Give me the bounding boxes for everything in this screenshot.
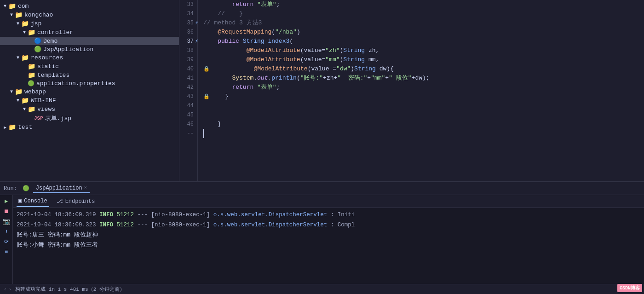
arrow-kongchao: ▼ (8, 12, 15, 17)
log-line-2: 2021-10-04 18:36:09.323 INFO 51212 --- [… (17, 220, 640, 230)
tab-endpoints[interactable]: ⎇ Endpoints (55, 196, 97, 207)
str3-41: "mm" (371, 74, 385, 83)
code-line-39: @ModelAttribute ( value= "mm" ) String m… (203, 55, 638, 64)
p1-38: ( (300, 46, 304, 55)
folder-icon-views: 📁 (28, 105, 35, 113)
sidebar-item-views[interactable]: ▼ 📁 views (0, 105, 179, 114)
log-class-2: o.s.web.servlet.DispatcherServlet (213, 222, 328, 228)
code-line-45 (203, 110, 638, 120)
jsp-icon: JSP (34, 115, 43, 121)
status-text: 构建成功完成 in 1 s 481 ms（2 分钟之前） (15, 286, 125, 293)
folder-icon-static: 📁 (28, 63, 35, 70)
folder-icon-webapp: 📁 (15, 88, 23, 96)
log-thread-1: --- (138, 212, 151, 218)
ctrl-refresh[interactable]: ⟳ (2, 237, 11, 246)
code-line-34: // } (203, 9, 638, 18)
log-port-2: 51212 (117, 222, 134, 228)
indent-43: } (211, 92, 229, 101)
run-tab[interactable]: JspApplication × (33, 184, 90, 193)
folder-icon-webinf: 📁 (21, 97, 29, 104)
label-views: views (37, 106, 55, 113)
linenum-45: 45 (181, 110, 194, 120)
tab-console[interactable]: ▣ Console (17, 196, 49, 207)
code-text-34: // } (203, 9, 243, 18)
sidebar-item-webinf[interactable]: ▼ 📁 WEB-INF (0, 96, 179, 105)
str-40: "dw" (336, 64, 351, 74)
ctrl-menu[interactable]: ≡ (2, 248, 11, 256)
ctrl-run[interactable]: ▶ (2, 197, 11, 205)
sidebar-item-kongchao[interactable]: ▼ 📁 kongchao (0, 11, 179, 19)
sidebar-item-resources[interactable]: ▼ 📁 resources (0, 53, 179, 62)
type-38: String (343, 46, 365, 55)
sp1-37 (239, 37, 243, 46)
sidebar-item-templates[interactable]: ▶ 📁 templates (0, 71, 179, 80)
sidebar-item-biaodanjsp[interactable]: ▶ JSP 表单.jsp (0, 114, 179, 123)
sidebar-item-com[interactable]: ▼ 📁 com (0, 2, 179, 11)
props-icon: 🟢 (28, 80, 34, 87)
sidebar-item-jsp[interactable]: ▼ 📁 jsp (0, 19, 179, 28)
ctrl-scroll-down[interactable]: ⬇ (2, 227, 11, 236)
sidebar-item-appprops[interactable]: ▶ 🟢 application.properties (0, 80, 179, 87)
plus4-41: +dw); (412, 74, 430, 83)
folder-icon-com: 📁 (8, 2, 16, 10)
val-40: value = (311, 64, 336, 74)
type-40: String (354, 64, 376, 74)
linenum-37: 37 (181, 37, 194, 46)
endpoints-tab-icon: ⎇ (57, 198, 63, 205)
arrow-left[interactable]: ‹ (4, 287, 7, 292)
linenum-33: 33 (181, 0, 194, 9)
paren-36: ( (271, 28, 275, 37)
sidebar-item-webapp[interactable]: ▼ 📁 webapp (0, 87, 179, 96)
linenum-41: 41 (181, 74, 194, 83)
dot1-41: . (253, 74, 257, 83)
run-bar: Run: 🟢 JspApplication × (0, 182, 644, 195)
plus1-41: +zh+ (323, 74, 337, 83)
kw-return-33: return (232, 0, 253, 9)
sidebar-item-test[interactable]: ▶ 📁 test (0, 123, 179, 132)
code-line-42: return "表单" ; (203, 83, 638, 92)
linenum-36: 36 (181, 28, 194, 37)
code-line-37: ⚡ public String index3 ( (203, 37, 638, 46)
arrow-views: ▼ (21, 107, 28, 112)
indent-38 (203, 46, 247, 55)
lock-icon-43: 🔒 (203, 92, 210, 101)
sidebar-item-demo[interactable]: 🔵 Demo (0, 37, 179, 45)
ctrl-screenshot[interactable]: 📷 (2, 217, 11, 225)
linenum-35: 35 (181, 18, 194, 28)
cp-39: ) (340, 55, 344, 64)
folder-icon-test: 📁 (8, 123, 16, 131)
param-40: dw){ (376, 64, 394, 74)
paren-37: ( (289, 37, 293, 46)
sys-41: System (232, 74, 253, 83)
sidebar-item-jspapplication[interactable]: 🟢 JspApplication (0, 45, 179, 53)
log-msg-1: : Initi (331, 212, 355, 218)
arrow-right[interactable]: › (9, 287, 12, 292)
label-static: static (37, 63, 59, 70)
code-area: 33 34 35 36 37 38 39 40 41 42 43 44 45 4… (179, 0, 644, 181)
sidebar: ▼ 📁 com ▼ 📁 kongchao ▼ 📁 jsp ▼ 📁 control… (0, 0, 179, 181)
code-line-36: @RequestMapping ( "/nba" ) (203, 28, 638, 37)
ctrl-stop[interactable]: ⏹ (2, 207, 11, 215)
folder-icon-jsp: 📁 (21, 20, 29, 28)
console-content: 2021-10-04 18:36:09.319 INFO 51212 --- [… (13, 208, 644, 284)
cparen-36: ) (297, 28, 300, 37)
cp-40: ) (351, 64, 354, 74)
cursor-47 (203, 129, 208, 138)
param-39: mm, (365, 55, 379, 64)
run-tab-close[interactable]: × (84, 185, 87, 190)
linenum-43: 43 (181, 92, 194, 101)
label-templates: templates (37, 72, 69, 79)
sidebar-item-controller[interactable]: ▼ 📁 controller (0, 28, 179, 37)
str1-41: "账号:" (300, 74, 323, 83)
code-editor[interactable]: 33 34 35 36 37 38 39 40 41 42 43 44 45 4… (179, 0, 644, 181)
sidebar-item-static[interactable]: ▶ 📁 static (0, 62, 179, 71)
gutter-35: ⚡ (195, 18, 198, 28)
code-lines: return "表单" ; // } ⚡ // method 3 方法3 (198, 0, 644, 181)
indent-39 (203, 55, 247, 64)
label-jsp: jsp (31, 20, 41, 27)
linenum-47: -- (181, 129, 194, 138)
indent-41 (203, 74, 232, 83)
status-arrows: ‹ › (4, 287, 12, 292)
console-right: ▣ Console ⎇ Endpoints 2021-10-04 18:36:0… (13, 195, 644, 284)
p1-39: ( (300, 55, 304, 64)
